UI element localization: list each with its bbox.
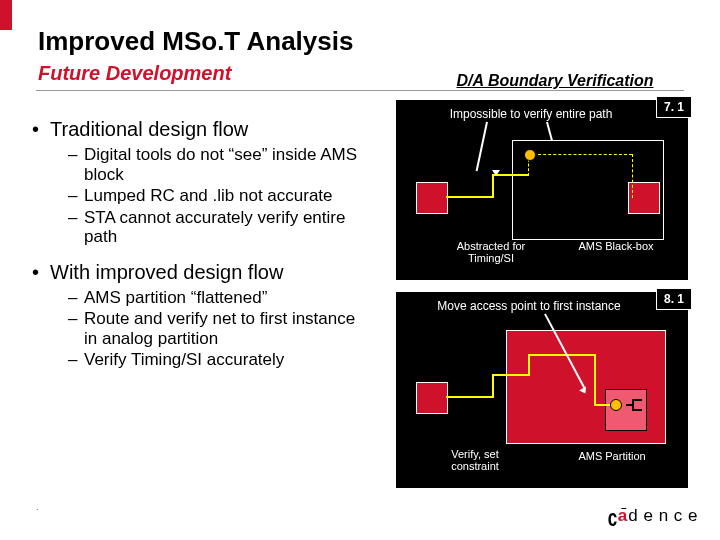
bullet-l2: Lumped RC and .lib not accurate — [68, 186, 368, 206]
diagram-traditional: 7. 1 Impossible to verify entire path Ab… — [396, 100, 688, 280]
bullet-l2: AMS partition “flattened” — [68, 288, 368, 308]
bullet-l1: With improved design flow — [32, 261, 368, 284]
arrow-line — [476, 122, 488, 171]
diagram-index: 8. 1 — [656, 288, 692, 310]
route-line — [594, 354, 596, 404]
bullet-l2: Verify Timing/SI accurately — [68, 350, 368, 370]
node-icon — [610, 399, 622, 411]
figure-title: D/A Boundary Verification — [420, 72, 690, 90]
route-dashed — [632, 154, 635, 198]
route-line — [528, 354, 594, 356]
cadence-logo: cād e n c e — [608, 505, 698, 526]
caption-verify: Verify, set constraint — [430, 448, 520, 472]
footer-mark: . — [36, 502, 39, 512]
logo-a: a — [618, 506, 628, 525]
bullet-l1: Traditional design flow — [32, 118, 368, 141]
caption-digital: Digital — [624, 468, 684, 482]
route-line — [528, 354, 530, 376]
route-line — [492, 374, 528, 376]
route-dashed — [528, 154, 632, 155]
bullet-body: Traditional design flow Digital tools do… — [32, 112, 368, 372]
bullet-l2: STA cannot accurately verify entire path — [68, 208, 368, 247]
node-icon — [524, 149, 536, 161]
route-line — [446, 396, 494, 398]
caption-ams-partition: AMS Partition — [562, 450, 662, 462]
diagram-index: 7. 1 — [656, 96, 692, 118]
caption-digital: Digital — [624, 260, 684, 274]
red-block — [416, 182, 448, 214]
bullet-l2: Route and verify net to first instance i… — [68, 309, 368, 348]
bullet-l2: Digital tools do not “see” inside AMS bl… — [68, 145, 368, 184]
caption-ams-blackbox: AMS Black-box — [566, 240, 666, 252]
caption-abstracted: Abstracted for Timing/SI — [446, 240, 536, 264]
slide-title: Improved MSo.T Analysis — [38, 26, 353, 57]
red-block — [416, 382, 448, 414]
diagram-improved: 8. 1 Move access point to first instance… — [396, 292, 688, 488]
accent-bar — [0, 0, 12, 30]
route-line — [492, 174, 528, 176]
logo-rest: ̄d e n c e — [628, 506, 698, 525]
route-line — [492, 374, 494, 398]
title-divider — [36, 90, 684, 91]
caption-impossible: Impossible to verify entire path — [436, 108, 626, 121]
transistor-icon — [626, 396, 644, 414]
caption-move-access: Move access point to first instance — [424, 300, 634, 313]
slide-subtitle: Future Development — [38, 62, 231, 85]
route-line — [492, 174, 494, 198]
route-line — [446, 196, 494, 198]
logo-c: c — [608, 505, 618, 533]
